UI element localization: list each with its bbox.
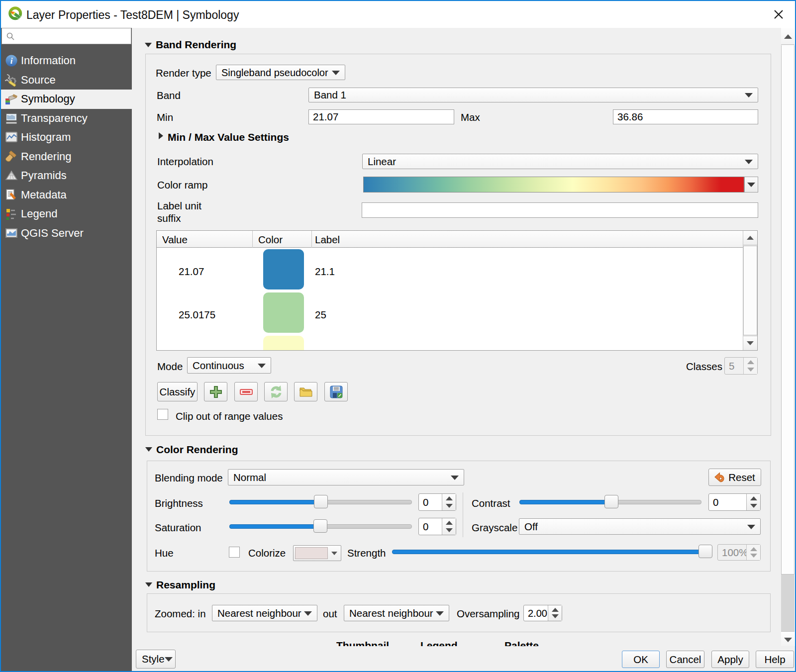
svg-text:i: i — [10, 56, 13, 66]
